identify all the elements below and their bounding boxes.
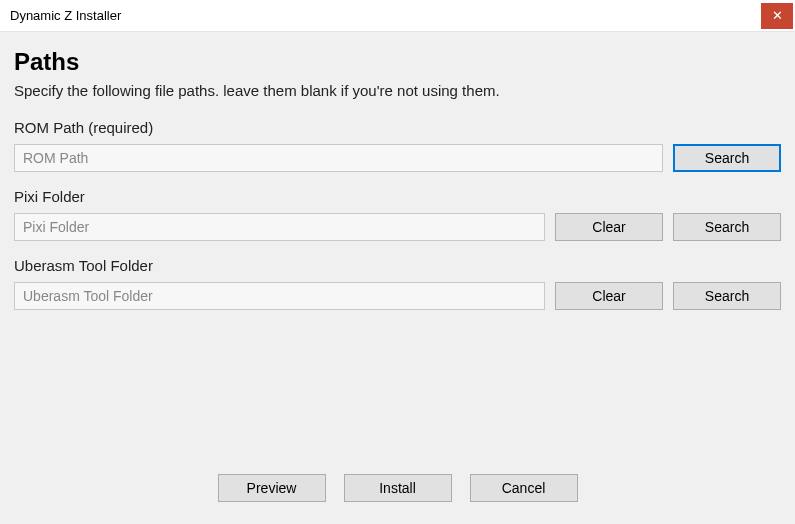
titlebar: Dynamic Z Installer ✕: [0, 0, 795, 32]
spacer: [14, 320, 781, 456]
pixi-clear-button[interactable]: Clear: [555, 213, 663, 241]
preview-button[interactable]: Preview: [218, 474, 326, 502]
pixi-folder-input[interactable]: [14, 213, 545, 241]
close-button[interactable]: ✕: [761, 3, 793, 29]
page-heading: Paths: [14, 48, 781, 76]
pixi-folder-row: Clear Search: [14, 213, 781, 241]
uberasm-clear-button[interactable]: Clear: [555, 282, 663, 310]
uberasm-folder-input[interactable]: [14, 282, 545, 310]
install-button[interactable]: Install: [344, 474, 452, 502]
page-description: Specify the following file paths. leave …: [14, 82, 781, 99]
footer-buttons: Preview Install Cancel: [14, 456, 781, 524]
installer-window: Dynamic Z Installer ✕ Paths Specify the …: [0, 0, 795, 524]
rom-path-label: ROM Path (required): [14, 119, 781, 136]
pixi-search-button[interactable]: Search: [673, 213, 781, 241]
close-icon: ✕: [772, 8, 783, 23]
uberasm-folder-label: Uberasm Tool Folder: [14, 257, 781, 274]
rom-path-row: Search: [14, 144, 781, 172]
uberasm-folder-row: Clear Search: [14, 282, 781, 310]
pixi-folder-label: Pixi Folder: [14, 188, 781, 205]
rom-path-input[interactable]: [14, 144, 663, 172]
cancel-button[interactable]: Cancel: [470, 474, 578, 502]
uberasm-search-button[interactable]: Search: [673, 282, 781, 310]
rom-search-button[interactable]: Search: [673, 144, 781, 172]
window-title: Dynamic Z Installer: [0, 8, 121, 23]
content-area: Paths Specify the following file paths. …: [0, 32, 795, 524]
